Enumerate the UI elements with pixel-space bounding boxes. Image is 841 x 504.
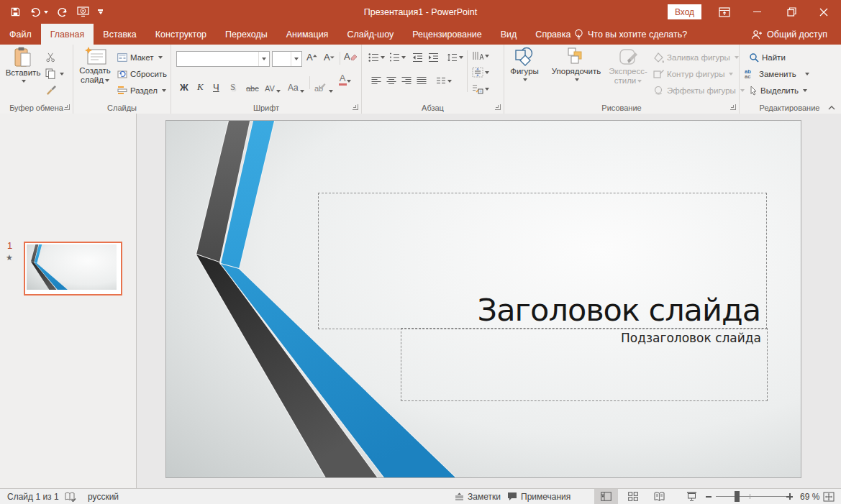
ribbon-display-options-button[interactable]	[712, 0, 737, 24]
shapes-button[interactable]: Фигуры	[507, 47, 542, 81]
paste-button[interactable]: Вставить	[6, 47, 40, 83]
person-plus-icon	[751, 29, 763, 40]
tab-insert[interactable]: Вставка	[94, 24, 145, 45]
change-case-button[interactable]: Aa	[288, 74, 304, 96]
replace-button[interactable]: ab ac Заменить	[742, 66, 812, 81]
reset-button[interactable]: Сбросить	[115, 66, 169, 81]
shrink-font-button[interactable]: A	[324, 52, 335, 63]
font-color-button[interactable]: A	[339, 74, 352, 94]
zoom-level-indicator[interactable]: 69 %	[800, 489, 819, 504]
align-center-icon	[386, 76, 396, 86]
customize-qat-button[interactable]	[98, 9, 103, 14]
notes-toggle[interactable]: Заметки	[455, 489, 501, 504]
grow-font-button[interactable]: A	[306, 52, 318, 63]
shape-fill-button[interactable]: Заливка фигуры	[651, 50, 741, 65]
bold-button[interactable]: Ж	[180, 74, 188, 96]
tab-file[interactable]: Файл	[0, 24, 41, 45]
tab-design[interactable]: Конструктор	[146, 24, 216, 45]
decrease-indent-button[interactable]	[412, 52, 423, 63]
layout-button[interactable]: Макет	[115, 50, 165, 65]
new-slide-button[interactable]: Создать слайд	[76, 47, 114, 85]
tell-me-box[interactable]: Что вы хотите сделать?	[574, 24, 687, 45]
arrange-button[interactable]: Упорядочить	[545, 47, 608, 81]
slide-subtitle-text[interactable]: Подзаголовок слайда	[621, 331, 761, 345]
highlight-caret	[329, 90, 333, 93]
replace-caret	[805, 73, 809, 75]
character-spacing-button[interactable]: AV	[265, 74, 281, 96]
quick-styles-button[interactable]: Экспресс- стили	[609, 47, 647, 86]
italic-button[interactable]: К	[197, 74, 204, 96]
status-bar: Слайд 1 из 1 русский Заметки Примечания …	[0, 488, 841, 504]
align-text-button[interactable]	[472, 67, 489, 78]
find-button[interactable]: Найти	[747, 50, 788, 65]
redo-button[interactable]	[57, 7, 68, 17]
tab-home[interactable]: Главная	[41, 24, 94, 45]
justify-button[interactable]	[417, 76, 427, 86]
slide-title-text[interactable]: Заголовок слайда	[478, 293, 766, 329]
save-icon[interactable]	[10, 6, 21, 17]
subtitle-placeholder[interactable]: Подзаголовок слайда	[401, 328, 768, 401]
slide-thumbnail[interactable]	[24, 242, 122, 295]
normal-view-button[interactable]	[594, 489, 618, 504]
text-direction-button[interactable]	[472, 50, 489, 61]
tab-help[interactable]: Справка	[526, 24, 580, 45]
align-center-button[interactable]	[386, 76, 396, 86]
restore-button[interactable]	[779, 0, 804, 24]
reading-view-button[interactable]	[647, 489, 671, 504]
shape-outline-button[interactable]: Контур фигуры	[651, 66, 735, 81]
line-spacing-button[interactable]	[447, 52, 463, 63]
font-dialog-launcher[interactable]	[353, 104, 358, 110]
tab-slideshow[interactable]: Слайд-шоу	[337, 24, 403, 45]
columns-button[interactable]	[436, 76, 452, 86]
format-painter-button[interactable]	[43, 83, 58, 98]
language-indicator[interactable]: русский	[88, 489, 119, 504]
select-button[interactable]: Выделить	[747, 83, 809, 98]
slideshow-view-button[interactable]	[680, 489, 704, 504]
text-shadow-button[interactable]: S	[230, 74, 235, 96]
text-highlight-button[interactable]: ab	[314, 74, 333, 96]
zoom-slider-handle[interactable]	[735, 491, 740, 502]
cut-button[interactable]	[43, 50, 58, 65]
collapse-ribbon-button[interactable]	[828, 105, 835, 110]
tab-review[interactable]: Рецензирование	[403, 24, 491, 45]
animation-indicator-star-icon[interactable]: ★	[6, 253, 13, 262]
drawing-dialog-launcher[interactable]	[730, 104, 736, 110]
slide[interactable]: Заголовок слайда Подзаголовок слайда	[165, 120, 801, 478]
minimize-button[interactable]	[745, 0, 769, 24]
spell-check-icon[interactable]	[65, 489, 76, 504]
copy-button[interactable]	[43, 66, 66, 81]
clear-formatting-button[interactable]: A	[344, 51, 358, 62]
zoom-slider-track[interactable]	[716, 496, 786, 497]
section-button[interactable]: Раздел	[115, 83, 168, 98]
underline-button[interactable]: Ч	[213, 74, 219, 96]
convert-smartart-button[interactable]	[472, 83, 489, 94]
align-left-button[interactable]	[371, 76, 381, 86]
numbering-button[interactable]	[389, 52, 406, 63]
tab-view[interactable]: Вид	[491, 24, 527, 45]
shape-outline-caret	[729, 73, 733, 75]
share-button[interactable]: Общий доступ	[751, 24, 827, 45]
tab-animations[interactable]: Анимация	[277, 24, 338, 45]
slide-counter[interactable]: Слайд 1 из 1	[7, 489, 59, 504]
comments-toggle[interactable]: Примечания	[507, 489, 570, 504]
fit-slide-to-window-button[interactable]	[823, 489, 835, 504]
undo-button[interactable]	[29, 7, 48, 17]
zoom-in-button[interactable]	[786, 489, 793, 504]
bullets-button[interactable]	[368, 52, 385, 63]
tab-transitions[interactable]: Переходы	[216, 24, 277, 45]
slide-sorter-view-button[interactable]	[621, 489, 645, 504]
title-placeholder[interactable]: Заголовок слайда	[318, 193, 767, 329]
align-right-button[interactable]	[401, 76, 412, 86]
increase-indent-button[interactable]	[428, 52, 439, 63]
undo-dropdown-caret[interactable]	[44, 11, 48, 14]
shape-effects-button[interactable]: Эффекты фигуры	[651, 83, 747, 98]
font-name-combo[interactable]	[176, 51, 270, 67]
clipboard-dialog-launcher[interactable]	[64, 104, 70, 110]
strikethrough-button[interactable]: abc	[246, 74, 259, 96]
zoom-out-button[interactable]	[706, 489, 712, 504]
start-slideshow-icon[interactable]	[77, 6, 89, 17]
paragraph-dialog-launcher[interactable]	[495, 104, 501, 110]
close-button[interactable]	[812, 0, 836, 24]
font-size-combo[interactable]	[272, 51, 302, 67]
sign-in-button[interactable]: Вход	[668, 4, 701, 19]
